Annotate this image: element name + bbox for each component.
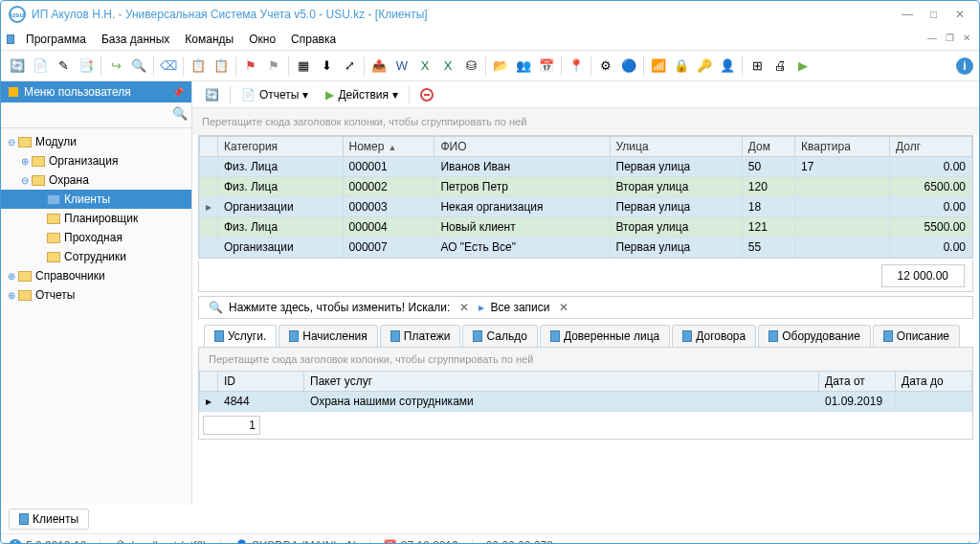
tb-expand-icon[interactable]: ⤢: [339, 56, 360, 77]
close-button[interactable]: ✕: [948, 8, 971, 21]
tb-excel2-icon[interactable]: X: [437, 56, 458, 77]
tb-key-icon[interactable]: 🔑: [694, 56, 715, 77]
col-category[interactable]: Категория: [218, 137, 344, 157]
clients-grid[interactable]: Категория Номер▲ ФИО Улица Дом Квартира …: [198, 135, 973, 259]
menu-window[interactable]: Окно: [241, 31, 283, 48]
tb-theme-icon[interactable]: 🔵: [618, 56, 639, 77]
tb-table-icon[interactable]: ⊞: [746, 56, 768, 77]
tb-grid-icon[interactable]: ▦: [293, 56, 314, 77]
minimize-button[interactable]: —: [896, 8, 919, 21]
col-id[interactable]: ID: [218, 372, 304, 392]
tb-undo-icon[interactable]: ↪: [105, 56, 126, 77]
tab-payments[interactable]: Платежи: [380, 325, 461, 347]
menu-database[interactable]: База данных: [94, 31, 177, 48]
tab-services[interactable]: Услуги.: [204, 325, 277, 347]
menu-help[interactable]: Справка: [283, 31, 344, 48]
tb-pin-icon[interactable]: 📍: [566, 56, 587, 77]
tb-copy-icon[interactable]: 📋: [188, 56, 209, 77]
col-date-from[interactable]: Дата от: [819, 372, 896, 392]
col-date-to[interactable]: Дата до: [896, 372, 972, 392]
maximize-button[interactable]: □: [923, 8, 946, 21]
pin-icon[interactable]: 📌: [172, 87, 184, 98]
tab-trusted[interactable]: Доверенные лица: [540, 325, 670, 347]
table-row[interactable]: Организации000007АО "Есть Все"Первая ули…: [200, 238, 972, 258]
tb-cal-icon[interactable]: 📅: [536, 56, 557, 77]
tb-sql-icon[interactable]: ⛁: [460, 56, 481, 77]
tb-user-icon[interactable]: 👤: [717, 56, 738, 77]
tree-modules[interactable]: ⊖Модули: [1, 132, 191, 151]
table-row[interactable]: Физ. Лица000001Иванов ИванПервая улица50…: [200, 157, 972, 177]
tb-edit-icon[interactable]: ✎: [53, 56, 74, 77]
search-icon[interactable]: 🔍: [172, 106, 188, 124]
btn-actions[interactable]: ▶ Действия ▾: [319, 85, 405, 104]
tb-flag-gray-icon[interactable]: ⚑: [263, 56, 284, 77]
tb-info-icon[interactable]: i: [956, 57, 973, 75]
mdi-restore-button[interactable]: ❐: [943, 33, 956, 46]
col-package[interactable]: Пакет услуг: [304, 372, 819, 392]
tb-lock-icon[interactable]: 🔒: [671, 56, 692, 77]
tb-refresh-icon[interactable]: 🔄: [7, 56, 28, 77]
tab-contracts[interactable]: Договора: [672, 325, 756, 347]
search-all-clear[interactable]: ✕: [555, 301, 572, 314]
tree-clients[interactable]: Клиенты: [1, 190, 191, 209]
tab-desc[interactable]: Описание: [873, 325, 960, 347]
mdi-minimize-button[interactable]: —: [925, 33, 939, 46]
tb-rss-icon[interactable]: 📶: [648, 56, 669, 77]
grid-total: 12 000.00: [198, 261, 973, 292]
btn-stop[interactable]: [413, 85, 440, 104]
tree-security[interactable]: ⊖Охрана: [1, 170, 191, 190]
menu-commands[interactable]: Команды: [177, 31, 241, 48]
tb-doc2-icon[interactable]: 📑: [76, 56, 97, 77]
col-flat[interactable]: Квартира: [795, 137, 890, 157]
tb-users-icon[interactable]: 👥: [513, 56, 534, 77]
tree-refs[interactable]: ⊕Справочники: [1, 266, 191, 285]
tb-paste-icon[interactable]: 📋: [211, 56, 232, 77]
table-row[interactable]: Физ. Лица000002Петров ПетрВторая улица12…: [200, 177, 972, 197]
pager: [199, 412, 972, 439]
col-debt[interactable]: Долг: [889, 137, 971, 157]
tb-down-icon[interactable]: ⬇: [316, 56, 337, 77]
tab-charges[interactable]: Начисления: [278, 325, 378, 347]
tb-play-icon[interactable]: ▶: [792, 56, 813, 77]
services-subgrid[interactable]: Перетащите сюда заголовок колонки, чтобы…: [198, 348, 973, 440]
tb-word-icon[interactable]: W: [391, 56, 412, 77]
tree-reports[interactable]: ⊕Отчеты: [1, 285, 191, 305]
tb-gear-icon[interactable]: ⚙: [595, 56, 616, 77]
search-line[interactable]: 🔍 Нажмите здесь, чтобы изменить! Искали:…: [198, 296, 973, 319]
tb-search-icon[interactable]: 🔍: [128, 56, 149, 77]
tree-planner[interactable]: Планировщик: [1, 209, 191, 228]
tree-org[interactable]: ⊕Организация: [1, 151, 191, 170]
group-hint-main[interactable]: Перетащите сюда заголовок колонки, чтобы…: [192, 108, 979, 135]
status-time: 00:00:00:078: [486, 539, 553, 545]
page-input[interactable]: [203, 416, 260, 435]
menu-program[interactable]: Программа: [18, 31, 94, 48]
col-number[interactable]: Номер▲: [343, 137, 434, 157]
tb-clear-icon[interactable]: ⌫: [158, 56, 179, 77]
col-house[interactable]: Дом: [742, 137, 794, 157]
mdi-close-button[interactable]: ✕: [960, 33, 973, 46]
tb-open-icon[interactable]: 📂: [490, 56, 511, 77]
tab-equipment[interactable]: Оборудование: [758, 325, 871, 347]
table-row[interactable]: Физ. Лица000004Новый клиентВторая улица1…: [200, 217, 972, 238]
tb-flag-red-icon[interactable]: ⚑: [240, 56, 261, 77]
tb-excel-icon[interactable]: X: [414, 56, 435, 77]
tab-balance[interactable]: Сальдо: [462, 325, 537, 347]
tb-print-icon[interactable]: 🖨: [769, 56, 791, 77]
col-street[interactable]: Улица: [610, 137, 742, 157]
bottom-tab-clients[interactable]: Клиенты: [9, 509, 89, 530]
tb-export-icon[interactable]: 📤: [368, 56, 390, 77]
btn-reports[interactable]: 📄 Отчеты ▾: [234, 85, 315, 104]
col-fio[interactable]: ФИО: [434, 137, 610, 157]
tb-doc1-icon[interactable]: 📄: [30, 56, 51, 77]
tree-passage[interactable]: Проходная: [1, 228, 191, 247]
sub-row[interactable]: ▸ 4844 Охрана нашими сотрудниками 01.09.…: [200, 392, 972, 412]
resize-grip-icon[interactable]: ⋰: [960, 539, 971, 545]
status-user: SYSDBA (MAIN) - N: [252, 539, 356, 545]
tree-staff[interactable]: Сотрудники: [1, 247, 191, 266]
search-clear[interactable]: ✕: [456, 301, 473, 314]
group-hint-sub[interactable]: Перетащите сюда заголовок колонки, чтобы…: [199, 348, 972, 371]
table-row[interactable]: ▸Организации000003Некая организацияПерва…: [200, 197, 972, 217]
btn-refresh[interactable]: 🔄: [198, 85, 226, 104]
sidebar-header-icon: [9, 87, 18, 97]
sidebar-search-input[interactable]: [5, 106, 172, 124]
